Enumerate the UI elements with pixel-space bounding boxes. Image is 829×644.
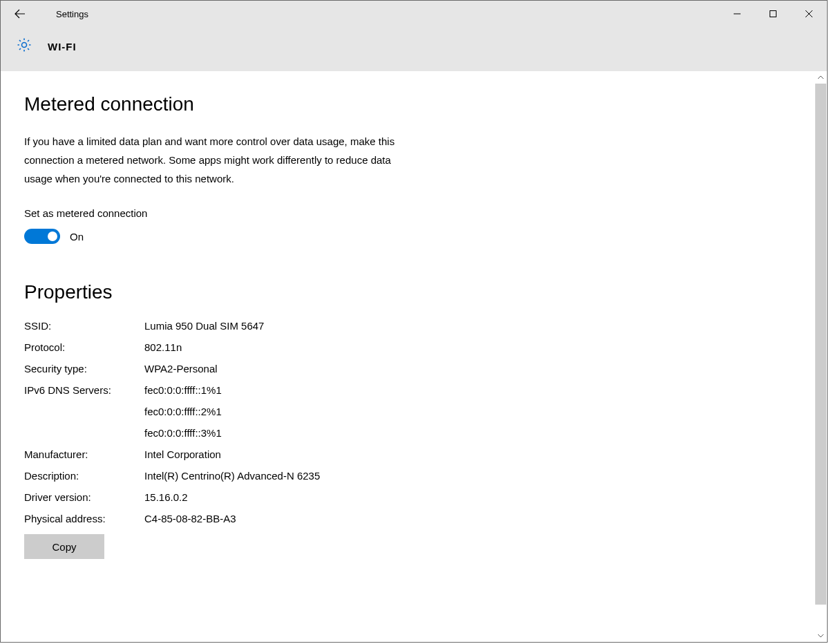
dns1-value: fec0:0:0:ffff::1%1 [144, 384, 222, 396]
copy-button-label: Copy [52, 541, 76, 553]
protocol-row: Protocol: 802.11n [24, 341, 791, 353]
ssid-row: SSID: Lumia 950 Dual SIM 5647 [24, 320, 791, 332]
security-label: Security type: [24, 363, 144, 375]
dns3-value: fec0:0:0:ffff::3%1 [144, 427, 222, 439]
content: Metered connection If you have a limited… [1, 71, 814, 642]
gear-icon [16, 37, 32, 56]
ssid-value: Lumia 950 Dual SIM 5647 [144, 320, 264, 332]
titlebar: Settings [1, 1, 827, 27]
maximize-button[interactable] [755, 1, 791, 27]
metered-description: If you have a limited data plan and want… [24, 132, 411, 188]
toggle-knob-icon [48, 231, 57, 241]
arrow-left-icon [14, 8, 26, 20]
metered-toggle-state: On [70, 231, 84, 243]
manufacturer-value: Intel Corporation [144, 448, 221, 460]
description-value: Intel(R) Centrino(R) Advanced-N 6235 [144, 470, 320, 482]
mac-row: Physical address: C4-85-08-82-BB-A3 [24, 513, 791, 524]
metered-heading: Metered connection [24, 93, 791, 115]
svg-rect-0 [770, 11, 776, 17]
minimize-icon [733, 10, 741, 18]
security-row: Security type: WPA2-Personal [24, 363, 791, 375]
protocol-label: Protocol: [24, 341, 144, 353]
description-label: Description: [24, 470, 144, 482]
metered-toggle[interactable] [24, 229, 60, 244]
scrollbar-thumb[interactable] [815, 84, 826, 605]
page-title: WI-FI [32, 41, 77, 53]
mac-label: Physical address: [24, 513, 144, 524]
mac-value: C4-85-08-82-BB-A3 [144, 513, 236, 524]
copy-button[interactable]: Copy [24, 534, 104, 559]
close-button[interactable] [791, 1, 827, 27]
metered-switch-label: Set as metered connection [24, 207, 791, 219]
scroll-down-icon[interactable] [814, 629, 827, 642]
description-row: Description: Intel(R) Centrino(R) Advanc… [24, 470, 791, 482]
manufacturer-label: Manufacturer: [24, 448, 144, 460]
dns-label: IPv6 DNS Servers: [24, 384, 144, 396]
driver-label: Driver version: [24, 491, 144, 503]
dns2-row: fec0:0:0:ffff::2%1 [24, 406, 791, 417]
security-value: WPA2-Personal [144, 363, 218, 375]
settings-window: Settings WI-FI Metere [0, 0, 828, 643]
maximize-icon [769, 10, 777, 18]
dns1-row: IPv6 DNS Servers: fec0:0:0:ffff::1%1 [24, 384, 791, 396]
window-controls [719, 1, 827, 27]
back-button[interactable] [1, 1, 37, 27]
manufacturer-row: Manufacturer: Intel Corporation [24, 448, 791, 460]
page-header: WI-FI [1, 27, 827, 71]
close-icon [805, 10, 813, 18]
window-title: Settings [37, 9, 88, 19]
svg-point-1 [22, 43, 27, 48]
protocol-value: 802.11n [144, 341, 182, 353]
minimize-button[interactable] [719, 1, 755, 27]
properties-heading: Properties [24, 281, 791, 303]
ssid-label: SSID: [24, 320, 144, 332]
driver-row: Driver version: 15.16.0.2 [24, 491, 791, 503]
dns3-row: fec0:0:0:ffff::3%1 [24, 427, 791, 439]
vertical-scrollbar[interactable] [814, 71, 827, 642]
properties-table: SSID: Lumia 950 Dual SIM 5647 Protocol: … [24, 320, 791, 524]
scroll-up-icon[interactable] [814, 71, 827, 84]
content-area: Metered connection If you have a limited… [1, 71, 827, 642]
dns2-value: fec0:0:0:ffff::2%1 [144, 406, 222, 417]
driver-value: 15.16.0.2 [144, 491, 188, 503]
